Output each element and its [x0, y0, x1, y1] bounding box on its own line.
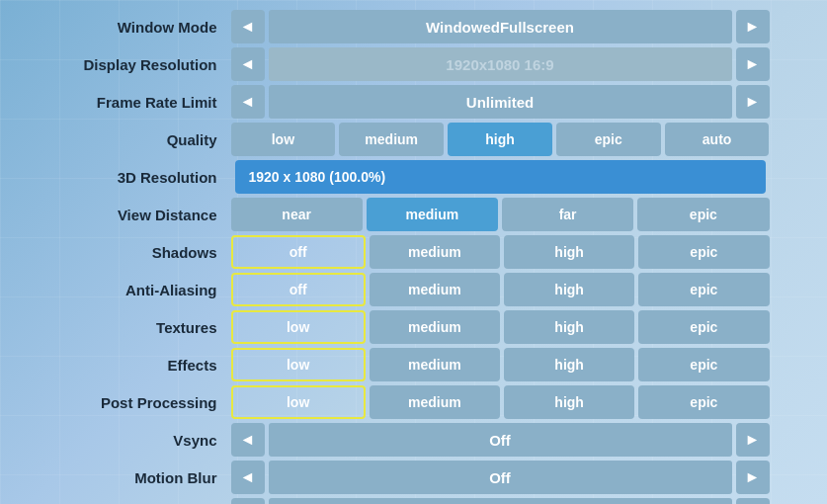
row-show-fps: Show FPSOn — [58, 498, 770, 504]
label-anti-aliasing: Anti-Aliasing — [58, 282, 231, 298]
label-3d-resolution: 3D Resolution — [58, 169, 231, 186]
settings-container: Window ModeWindowedFullscreenDisplay Res… — [58, 10, 770, 504]
window-mode-value: WindowedFullscreen — [269, 10, 732, 43]
view-distance-options: nearmediumfarepic — [231, 198, 770, 231]
display-resolution-value: 1920x1080 16:9 — [269, 47, 732, 81]
quality-option-auto[interactable]: auto — [665, 123, 770, 156]
row-3d-resolution: 3D Resolution1920 x 1080 (100.0%) — [58, 160, 770, 194]
label-window-mode: Window Mode — [58, 19, 231, 36]
label-textures: Textures — [58, 319, 231, 336]
textures-option-high[interactable]: high — [504, 310, 634, 344]
row-frame-rate-limit: Frame Rate LimitUnlimited — [58, 85, 770, 119]
vsync-left-arrow[interactable] — [231, 423, 265, 457]
post-processing-options: lowmediumhighepic — [231, 385, 770, 419]
row-window-mode: Window ModeWindowedFullscreen — [58, 10, 770, 43]
row-motion-blur: Motion BlurOff — [58, 461, 770, 494]
show-fps-right-arrow[interactable] — [736, 498, 770, 504]
anti-aliasing-options: offmediumhighepic — [231, 273, 770, 306]
anti-aliasing-option-medium[interactable]: medium — [370, 273, 500, 306]
effects-option-high[interactable]: high — [504, 348, 634, 381]
label-quality: Quality — [58, 131, 231, 148]
show-fps-left-arrow[interactable] — [231, 498, 265, 504]
post-processing-option-high[interactable]: high — [504, 385, 634, 419]
label-frame-rate-limit: Frame Rate Limit — [58, 94, 231, 111]
window-mode-left-arrow[interactable] — [231, 10, 265, 43]
quality-option-epic[interactable]: epic — [556, 123, 661, 156]
row-anti-aliasing: Anti-Aliasingoffmediumhighepic — [58, 273, 770, 306]
post-processing-option-epic[interactable]: epic — [638, 385, 769, 419]
motion-blur-left-arrow[interactable] — [231, 461, 265, 494]
quality-option-medium[interactable]: medium — [339, 123, 444, 156]
vsync-right-arrow[interactable] — [736, 423, 770, 457]
shadows-option-off[interactable]: off — [231, 235, 366, 269]
anti-aliasing-option-epic[interactable]: epic — [638, 273, 769, 306]
row-quality: Qualitylowmediumhighepicauto — [58, 123, 770, 156]
view-distance-option-near[interactable]: near — [231, 198, 363, 231]
quality-options: lowmediumhighepicauto — [231, 123, 770, 156]
anti-aliasing-option-high[interactable]: high — [504, 273, 634, 306]
shadows-options: offmediumhighepic — [231, 235, 770, 269]
show-fps-value: On — [269, 498, 732, 504]
textures-option-epic[interactable]: epic — [638, 310, 769, 344]
quality-option-low[interactable]: low — [231, 123, 336, 156]
row-vsync: VsyncOff — [58, 423, 770, 457]
shadows-option-high[interactable]: high — [504, 235, 634, 269]
post-processing-option-medium[interactable]: medium — [370, 385, 500, 419]
row-display-resolution: Display Resolution1920x1080 16:9 — [58, 47, 770, 81]
label-motion-blur: Motion Blur — [58, 469, 231, 486]
label-view-distance: View Distance — [58, 207, 231, 223]
label-post-processing: Post Processing — [58, 394, 231, 411]
shadows-option-epic[interactable]: epic — [638, 235, 769, 269]
label-effects: Effects — [58, 357, 231, 374]
effects-option-epic[interactable]: epic — [638, 348, 769, 381]
effects-option-medium[interactable]: medium — [370, 348, 500, 381]
shadows-option-medium[interactable]: medium — [370, 235, 500, 269]
row-post-processing: Post Processinglowmediumhighepic — [58, 385, 770, 419]
3d-resolution-bar: 1920 x 1080 (100.0%) — [235, 160, 766, 194]
effects-options: lowmediumhighepic — [231, 348, 770, 381]
label-shadows: Shadows — [58, 244, 231, 261]
window-mode-right-arrow[interactable] — [736, 10, 770, 43]
row-shadows: Shadowsoffmediumhighepic — [58, 235, 770, 269]
row-view-distance: View Distancenearmediumfarepic — [58, 198, 770, 231]
effects-option-low[interactable]: low — [231, 348, 366, 381]
frame-rate-limit-left-arrow[interactable] — [231, 85, 265, 119]
quality-option-high[interactable]: high — [448, 123, 552, 156]
motion-blur-right-arrow[interactable] — [736, 461, 770, 494]
view-distance-option-epic[interactable]: epic — [637, 198, 769, 231]
display-resolution-right-arrow[interactable] — [736, 47, 770, 81]
view-distance-option-medium[interactable]: medium — [367, 198, 498, 231]
display-resolution-left-arrow[interactable] — [231, 47, 265, 81]
frame-rate-limit-right-arrow[interactable] — [736, 85, 770, 119]
label-display-resolution: Display Resolution — [58, 56, 231, 73]
post-processing-option-low[interactable]: low — [231, 385, 366, 419]
motion-blur-value: Off — [269, 461, 732, 494]
view-distance-option-far[interactable]: far — [502, 198, 633, 231]
frame-rate-limit-value: Unlimited — [269, 85, 732, 119]
label-vsync: Vsync — [58, 432, 231, 449]
row-textures: Textureslowmediumhighepic — [58, 310, 770, 344]
row-effects: Effectslowmediumhighepic — [58, 348, 770, 381]
textures-options: lowmediumhighepic — [231, 310, 770, 344]
anti-aliasing-option-off[interactable]: off — [231, 273, 366, 306]
textures-option-medium[interactable]: medium — [370, 310, 500, 344]
vsync-value: Off — [269, 423, 732, 457]
textures-option-low[interactable]: low — [231, 310, 366, 344]
